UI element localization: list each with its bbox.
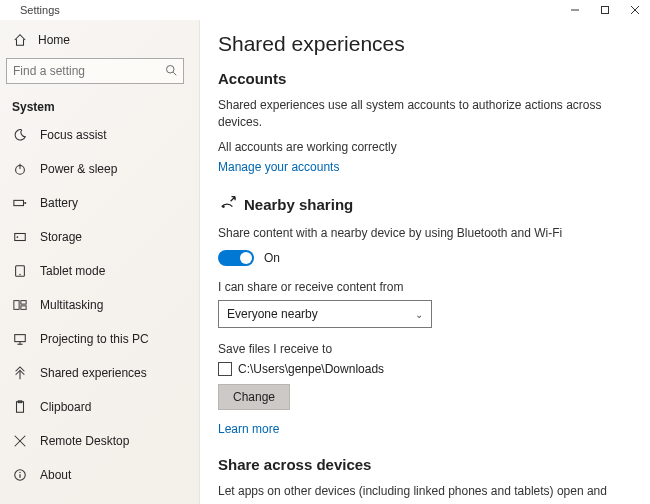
sidebar-item-label: Storage — [40, 230, 82, 244]
sidebar-home[interactable]: Home — [0, 26, 199, 54]
svg-rect-14 — [14, 301, 19, 310]
chevron-down-icon: ⌄ — [415, 309, 423, 320]
nearby-toggle-label: On — [264, 251, 280, 265]
minimize-button[interactable] — [560, 0, 590, 20]
window-title: Settings — [0, 4, 60, 16]
svg-point-13 — [19, 274, 20, 275]
save-to-label: Save files I receive to — [218, 342, 632, 356]
sidebar-item-projecting[interactable]: Projecting to this PC — [0, 322, 199, 356]
battery-icon — [12, 195, 28, 211]
sidebar-category: System — [0, 94, 199, 118]
svg-point-26 — [222, 205, 225, 208]
sidebar-item-label: Battery — [40, 196, 78, 210]
title-bar: Settings — [0, 0, 650, 20]
nearby-share-icon — [218, 194, 236, 215]
sidebar-item-about[interactable]: About — [0, 458, 199, 492]
svg-point-4 — [167, 65, 175, 73]
page-title: Shared experiences — [218, 32, 632, 56]
save-path-text: C:\Users\genpe\Downloads — [238, 362, 384, 376]
svg-line-5 — [173, 72, 176, 75]
svg-rect-10 — [15, 234, 26, 241]
sidebar-item-storage[interactable]: Storage — [0, 220, 199, 254]
close-button[interactable] — [620, 0, 650, 20]
learn-more-link[interactable]: Learn more — [218, 422, 279, 436]
accounts-heading: Accounts — [218, 70, 632, 87]
sidebar-item-label: Tablet mode — [40, 264, 105, 278]
share-icon — [12, 365, 28, 381]
svg-rect-15 — [21, 301, 26, 305]
nearby-desc: Share content with a nearby device by us… — [218, 225, 618, 242]
sidebar-search[interactable] — [6, 58, 184, 84]
sidebar-item-focus-assist[interactable]: Focus assist — [0, 118, 199, 152]
folder-icon — [218, 362, 232, 376]
sidebar-item-label: Power & sleep — [40, 162, 117, 176]
tablet-icon — [12, 263, 28, 279]
nearby-heading: Nearby sharing — [218, 194, 632, 215]
sidebar-item-shared-experiences[interactable]: Shared experiences — [0, 356, 199, 390]
sidebar-item-label: Projecting to this PC — [40, 332, 149, 346]
across-desc: Let apps on other devices (including lin… — [218, 483, 618, 504]
svg-point-11 — [17, 236, 19, 238]
project-icon — [12, 331, 28, 347]
power-icon — [12, 161, 28, 177]
accounts-status: All accounts are working correctly — [218, 140, 632, 154]
sidebar: Home System Focus assist Power & sleep B… — [0, 20, 200, 504]
change-button[interactable]: Change — [218, 384, 290, 410]
share-from-select[interactable]: Everyone nearby ⌄ — [218, 300, 432, 328]
svg-rect-1 — [602, 7, 609, 14]
maximize-button[interactable] — [590, 0, 620, 20]
moon-icon — [12, 127, 28, 143]
svg-rect-19 — [17, 402, 24, 413]
sidebar-item-label: Clipboard — [40, 400, 91, 414]
info-icon — [12, 467, 28, 483]
remote-icon — [12, 433, 28, 449]
manage-accounts-link[interactable]: Manage your accounts — [218, 160, 339, 174]
svg-point-25 — [19, 472, 20, 473]
save-path-row: C:\Users\genpe\Downloads — [218, 362, 632, 376]
svg-rect-8 — [14, 200, 24, 205]
across-heading: Share across devices — [218, 456, 632, 473]
nearby-heading-text: Nearby sharing — [244, 196, 353, 213]
share-from-value: Everyone nearby — [227, 307, 318, 321]
sidebar-item-battery[interactable]: Battery — [0, 186, 199, 220]
multitask-icon — [12, 297, 28, 313]
sidebar-item-clipboard[interactable]: Clipboard — [0, 390, 199, 424]
sidebar-item-label: Multitasking — [40, 298, 103, 312]
sidebar-item-label: Shared experiences — [40, 366, 147, 380]
sidebar-item-label: About — [40, 468, 71, 482]
svg-rect-17 — [15, 335, 26, 342]
main-content: Shared experiences Accounts Shared exper… — [200, 20, 650, 504]
accounts-desc: Shared experiences use all system accoun… — [218, 97, 618, 132]
nearby-toggle[interactable] — [218, 250, 254, 266]
search-icon — [165, 64, 177, 79]
sidebar-item-power-sleep[interactable]: Power & sleep — [0, 152, 199, 186]
sidebar-item-remote-desktop[interactable]: Remote Desktop — [0, 424, 199, 458]
share-from-label: I can share or receive content from — [218, 280, 632, 294]
sidebar-item-label: Remote Desktop — [40, 434, 129, 448]
svg-rect-16 — [21, 306, 26, 310]
search-input[interactable] — [13, 64, 165, 78]
sidebar-home-label: Home — [38, 33, 70, 47]
window-controls — [560, 0, 650, 20]
sidebar-item-tablet-mode[interactable]: Tablet mode — [0, 254, 199, 288]
svg-rect-9 — [24, 202, 26, 204]
home-icon — [12, 32, 28, 48]
clipboard-icon — [12, 399, 28, 415]
storage-icon — [12, 229, 28, 245]
sidebar-item-multitasking[interactable]: Multitasking — [0, 288, 199, 322]
sidebar-item-label: Focus assist — [40, 128, 107, 142]
